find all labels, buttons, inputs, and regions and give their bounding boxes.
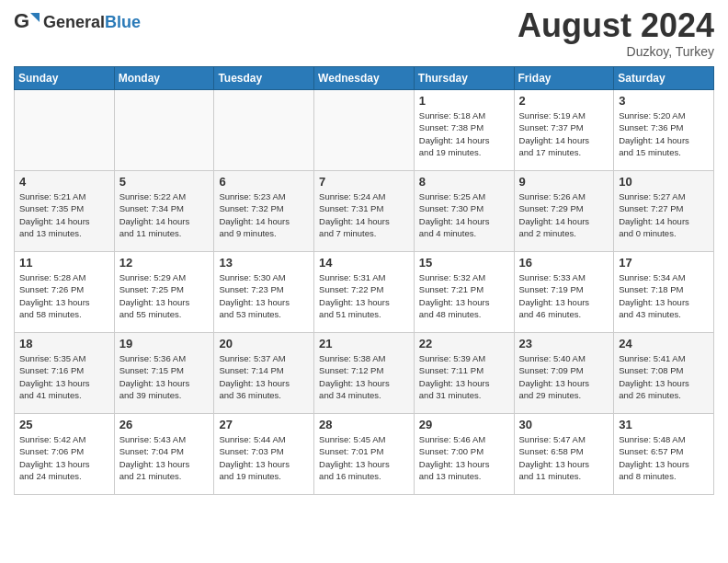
day-detail: Sunrise: 5:47 AM Sunset: 6:58 PM Dayligh… (519, 433, 609, 482)
day-number: 3 (619, 94, 709, 108)
calendar-header: Sunday Monday Tuesday Wednesday Thursday… (15, 67, 714, 90)
calendar-cell-w2-d1: 4Sunrise: 5:21 AM Sunset: 7:35 PM Daylig… (15, 171, 115, 252)
day-detail: Sunrise: 5:29 AM Sunset: 7:25 PM Dayligh… (119, 271, 210, 320)
calendar-cell-w2-d3: 6Sunrise: 5:23 AM Sunset: 7:32 PM Daylig… (214, 171, 314, 252)
col-friday: Friday (514, 67, 614, 90)
calendar-cell-w3-d6: 16Sunrise: 5:33 AM Sunset: 7:19 PM Dayli… (514, 252, 614, 333)
day-detail: Sunrise: 5:46 AM Sunset: 7:00 PM Dayligh… (419, 433, 509, 482)
day-detail: Sunrise: 5:41 AM Sunset: 7:08 PM Dayligh… (619, 352, 709, 401)
calendar-cell-w5-d7: 31Sunrise: 5:48 AM Sunset: 6:57 PM Dayli… (614, 414, 714, 495)
day-detail: Sunrise: 5:48 AM Sunset: 6:57 PM Dayligh… (619, 433, 709, 482)
calendar-cell-w3-d3: 13Sunrise: 5:30 AM Sunset: 7:23 PM Dayli… (214, 252, 314, 333)
col-tuesday: Tuesday (214, 67, 314, 90)
day-number: 29 (419, 418, 509, 431)
day-detail: Sunrise: 5:39 AM Sunset: 7:11 PM Dayligh… (419, 352, 509, 401)
calendar-cell-w5-d2: 26Sunrise: 5:43 AM Sunset: 7:04 PM Dayli… (114, 414, 214, 495)
calendar-cell-w1-d5: 1Sunrise: 5:18 AM Sunset: 7:38 PM Daylig… (414, 90, 514, 171)
day-number: 7 (319, 175, 409, 189)
day-detail: Sunrise: 5:40 AM Sunset: 7:09 PM Dayligh… (519, 352, 609, 401)
calendar-cell-w2-d7: 10Sunrise: 5:27 AM Sunset: 7:27 PM Dayli… (614, 171, 714, 252)
day-detail: Sunrise: 5:21 AM Sunset: 7:35 PM Dayligh… (19, 190, 109, 239)
day-number: 10 (619, 175, 709, 189)
calendar-cell-w5-d5: 29Sunrise: 5:46 AM Sunset: 7:00 PM Dayli… (414, 414, 514, 495)
calendar-cell-w4-d2: 19Sunrise: 5:36 AM Sunset: 7:15 PM Dayli… (114, 333, 214, 414)
calendar-cell-w1-d3 (214, 90, 314, 171)
day-number: 24 (619, 337, 709, 350)
logo-text-blue: Blue (105, 13, 141, 31)
day-detail: Sunrise: 5:36 AM Sunset: 7:15 PM Dayligh… (119, 352, 210, 401)
title-area: August 2024 Duzkoy, Turkey (518, 9, 714, 59)
calendar-table: Sunday Monday Tuesday Wednesday Thursday… (14, 66, 714, 495)
day-number: 14 (319, 256, 409, 270)
day-number: 31 (619, 418, 709, 431)
col-wednesday: Wednesday (314, 67, 415, 90)
day-number: 4 (19, 175, 109, 189)
day-detail: Sunrise: 5:19 AM Sunset: 7:37 PM Dayligh… (519, 109, 609, 158)
header-row: Sunday Monday Tuesday Wednesday Thursday… (15, 67, 714, 90)
week-row-4: 18Sunrise: 5:35 AM Sunset: 7:16 PM Dayli… (15, 333, 714, 414)
calendar-cell-w2-d2: 5Sunrise: 5:22 AM Sunset: 7:34 PM Daylig… (114, 171, 214, 252)
week-row-1: 1Sunrise: 5:18 AM Sunset: 7:38 PM Daylig… (15, 90, 714, 171)
week-row-2: 4Sunrise: 5:21 AM Sunset: 7:35 PM Daylig… (15, 171, 714, 252)
day-detail: Sunrise: 5:37 AM Sunset: 7:14 PM Dayligh… (219, 352, 309, 401)
calendar-cell-w2-d4: 7Sunrise: 5:24 AM Sunset: 7:31 PM Daylig… (314, 171, 415, 252)
day-number: 8 (419, 175, 509, 189)
day-detail: Sunrise: 5:25 AM Sunset: 7:30 PM Dayligh… (419, 190, 509, 239)
day-number: 18 (19, 337, 109, 350)
logo: G GeneralBlue (14, 9, 141, 35)
logo-icon: G (14, 9, 40, 35)
day-number: 19 (119, 337, 210, 350)
calendar-cell-w2-d6: 9Sunrise: 5:26 AM Sunset: 7:29 PM Daylig… (514, 171, 614, 252)
day-detail: Sunrise: 5:31 AM Sunset: 7:22 PM Dayligh… (319, 271, 409, 320)
month-year-title: August 2024 (518, 9, 714, 42)
calendar-cell-w3-d2: 12Sunrise: 5:29 AM Sunset: 7:25 PM Dayli… (114, 252, 214, 333)
day-number: 1 (419, 94, 509, 108)
day-detail: Sunrise: 5:43 AM Sunset: 7:04 PM Dayligh… (119, 433, 210, 482)
logo-text-general: General (43, 13, 105, 31)
calendar-cell-w5-d1: 25Sunrise: 5:42 AM Sunset: 7:06 PM Dayli… (15, 414, 115, 495)
col-thursday: Thursday (414, 67, 514, 90)
day-detail: Sunrise: 5:45 AM Sunset: 7:01 PM Dayligh… (319, 433, 409, 482)
day-detail: Sunrise: 5:33 AM Sunset: 7:19 PM Dayligh… (519, 271, 609, 320)
svg-marker-1 (30, 13, 40, 22)
day-detail: Sunrise: 5:44 AM Sunset: 7:03 PM Dayligh… (219, 433, 309, 482)
calendar-cell-w3-d4: 14Sunrise: 5:31 AM Sunset: 7:22 PM Dayli… (314, 252, 415, 333)
week-row-5: 25Sunrise: 5:42 AM Sunset: 7:06 PM Dayli… (15, 414, 714, 495)
day-detail: Sunrise: 5:23 AM Sunset: 7:32 PM Dayligh… (219, 190, 309, 239)
day-detail: Sunrise: 5:24 AM Sunset: 7:31 PM Dayligh… (319, 190, 409, 239)
day-detail: Sunrise: 5:20 AM Sunset: 7:36 PM Dayligh… (619, 109, 709, 158)
day-detail: Sunrise: 5:26 AM Sunset: 7:29 PM Dayligh… (519, 190, 609, 239)
day-number: 20 (219, 337, 309, 350)
calendar-cell-w2-d5: 8Sunrise: 5:25 AM Sunset: 7:30 PM Daylig… (414, 171, 514, 252)
day-detail: Sunrise: 5:42 AM Sunset: 7:06 PM Dayligh… (19, 433, 109, 482)
calendar-cell-w4-d7: 24Sunrise: 5:41 AM Sunset: 7:08 PM Dayli… (614, 333, 714, 414)
day-detail: Sunrise: 5:22 AM Sunset: 7:34 PM Dayligh… (119, 190, 210, 239)
day-number: 28 (319, 418, 409, 431)
day-number: 25 (19, 418, 109, 431)
calendar-cell-w3-d7: 17Sunrise: 5:34 AM Sunset: 7:18 PM Dayli… (614, 252, 714, 333)
day-number: 30 (519, 418, 609, 431)
svg-text:G: G (14, 9, 29, 32)
day-detail: Sunrise: 5:27 AM Sunset: 7:27 PM Dayligh… (619, 190, 709, 239)
col-monday: Monday (114, 67, 214, 90)
week-row-3: 11Sunrise: 5:28 AM Sunset: 7:26 PM Dayli… (15, 252, 714, 333)
calendar-cell-w3-d5: 15Sunrise: 5:32 AM Sunset: 7:21 PM Dayli… (414, 252, 514, 333)
day-detail: Sunrise: 5:32 AM Sunset: 7:21 PM Dayligh… (419, 271, 509, 320)
calendar-cell-w1-d4 (314, 90, 415, 171)
day-number: 5 (119, 175, 210, 189)
day-number: 9 (519, 175, 609, 189)
page-header: G GeneralBlue August 2024 Duzkoy, Turkey (14, 9, 714, 59)
col-sunday: Sunday (15, 67, 115, 90)
day-detail: Sunrise: 5:18 AM Sunset: 7:38 PM Dayligh… (419, 109, 509, 158)
day-number: 15 (419, 256, 509, 270)
calendar-cell-w4-d6: 23Sunrise: 5:40 AM Sunset: 7:09 PM Dayli… (514, 333, 614, 414)
day-number: 17 (619, 256, 709, 270)
day-detail: Sunrise: 5:28 AM Sunset: 7:26 PM Dayligh… (19, 271, 109, 320)
day-number: 2 (519, 94, 609, 108)
calendar-cell-w1-d2 (114, 90, 214, 171)
day-number: 6 (219, 175, 309, 189)
day-number: 26 (119, 418, 210, 431)
calendar-cell-w4-d4: 21Sunrise: 5:38 AM Sunset: 7:12 PM Dayli… (314, 333, 415, 414)
day-number: 23 (519, 337, 609, 350)
day-number: 13 (219, 256, 309, 270)
